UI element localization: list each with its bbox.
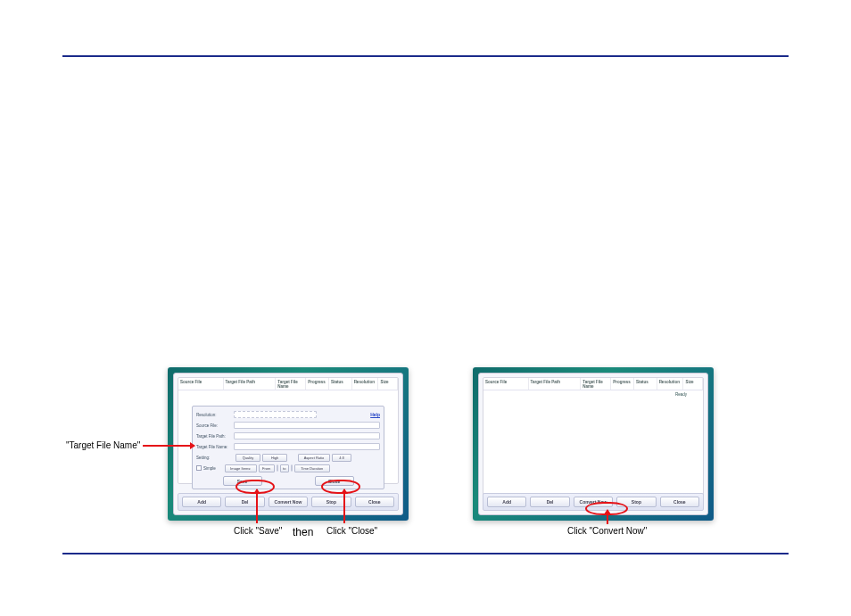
arrow-up-icon	[343, 489, 345, 523]
divider-bottom	[62, 553, 789, 554]
source-file-field[interactable]	[234, 422, 380, 429]
screenshot-convert-now: Source File Target File Path Target File…	[473, 367, 714, 521]
callout-click-save: Click "Save"	[234, 526, 282, 536]
label-target-path: Target File Path:	[196, 434, 234, 439]
time-duration-button[interactable]: Time Duration	[294, 464, 330, 472]
col-resolution[interactable]: Resolution	[352, 378, 379, 390]
col-resolution[interactable]: Resolution	[657, 378, 684, 390]
image-items-label: Image Items:	[225, 464, 257, 472]
bottom-toolbar: Add Del Convert Now Stop Close	[178, 493, 399, 511]
close-button[interactable]: Close	[660, 497, 699, 507]
col-source[interactable]: Source File	[178, 378, 224, 390]
col-target-path[interactable]: Target File Path	[224, 378, 277, 390]
label-setting: Setting:	[196, 456, 234, 460]
screenshot-settings-dialog: Source File Target File Path Target File…	[168, 367, 409, 521]
to-field[interactable]	[291, 464, 293, 472]
app-window: Source File Target File Path Target File…	[478, 373, 708, 515]
close-button[interactable]: Close	[355, 497, 394, 507]
file-list: Source File Target File Path Target File…	[483, 377, 704, 500]
help-link[interactable]: Help	[370, 412, 380, 417]
del-button[interactable]: Del	[225, 497, 264, 507]
add-button[interactable]: Add	[487, 497, 526, 507]
col-status[interactable]: Status	[634, 378, 657, 390]
convert-now-button[interactable]: Convert Now	[269, 497, 308, 507]
status-text: Ready	[675, 392, 687, 397]
col-source[interactable]: Source File	[483, 378, 529, 390]
quality-label: Quality	[235, 454, 260, 462]
aspect-label: Aspect Ratio	[298, 454, 330, 462]
col-progress[interactable]: Progress	[611, 378, 634, 390]
col-target-name[interactable]: Target File Name	[581, 378, 611, 390]
column-headers: Source File Target File Path Target File…	[178, 378, 398, 390]
target-name-field[interactable]	[234, 443, 380, 450]
from-label: From	[259, 464, 275, 472]
arrow-up-icon	[256, 489, 258, 523]
callout-click-convert: Click "Convert Now"	[567, 526, 647, 536]
label-resolution: Resolution:	[196, 413, 234, 417]
simple-label: Simple	[203, 466, 216, 471]
from-field[interactable]	[277, 464, 278, 472]
label-target-name: Target File Name:	[196, 445, 234, 449]
col-size[interactable]: Size	[378, 378, 398, 390]
label-source-file: Source File:	[196, 423, 234, 428]
col-target-path[interactable]: Target File Path	[529, 378, 582, 390]
add-button[interactable]: Add	[182, 497, 221, 507]
settings-dialog: Resolution: Help Source File: Target Fil…	[192, 406, 384, 489]
arrow-up-icon	[607, 510, 608, 524]
target-path-field[interactable]	[234, 432, 380, 439]
simple-checkbox[interactable]	[196, 465, 202, 471]
callout-click-close: Click "Close"	[326, 526, 377, 536]
column-headers: Source File Target File Path Target File…	[483, 378, 703, 390]
del-button[interactable]: Del	[530, 497, 569, 507]
divider-top	[62, 55, 789, 57]
col-size[interactable]: Size	[683, 378, 703, 390]
to-label: to	[280, 464, 289, 472]
aspect-dropdown[interactable]: 4:3	[332, 454, 351, 462]
col-status[interactable]: Status	[329, 378, 352, 390]
quality-dropdown[interactable]: High	[262, 454, 287, 462]
app-window: Source File Target File Path Target File…	[173, 373, 403, 515]
resolution-dropdown[interactable]	[234, 411, 317, 418]
then-label: then	[293, 526, 313, 538]
col-progress[interactable]: Progress	[306, 378, 329, 390]
callout-target-file-name: "Target File Name"	[66, 440, 140, 450]
arrow-right-icon	[143, 445, 194, 447]
col-target-name[interactable]: Target File Name	[276, 378, 306, 390]
